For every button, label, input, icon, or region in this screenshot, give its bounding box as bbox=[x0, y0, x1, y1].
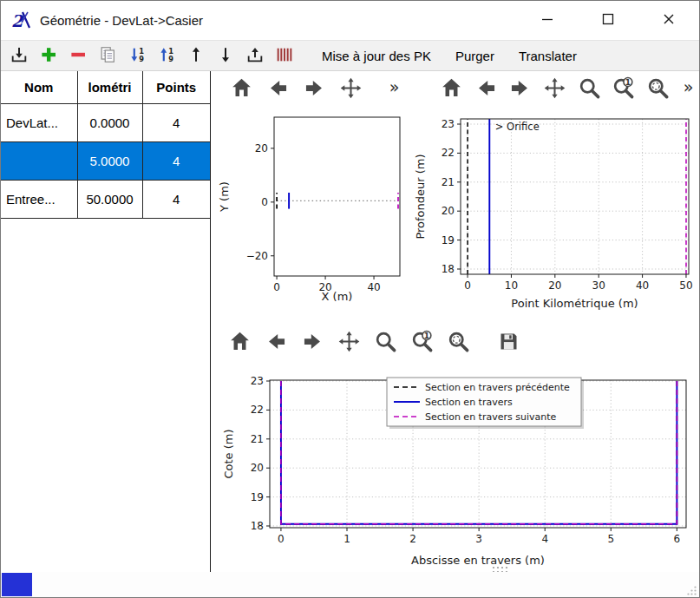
resize-grip-icon[interactable] bbox=[686, 584, 697, 595]
svg-text:0: 0 bbox=[278, 533, 285, 545]
pan-icon bbox=[337, 330, 361, 356]
svg-text:22: 22 bbox=[442, 147, 455, 159]
svg-text:20: 20 bbox=[548, 279, 561, 292]
bottom-strip bbox=[1, 572, 699, 597]
app-window: 2 Géométrie - DevLat->Casier 1919Mise à … bbox=[0, 0, 700, 598]
interpolate-button[interactable] bbox=[273, 43, 296, 68]
cell-nom[interactable]: Entree... bbox=[1, 180, 77, 218]
plan-toolbar: » bbox=[211, 71, 407, 108]
svg-text:40: 40 bbox=[636, 279, 649, 292]
forward-icon bbox=[303, 76, 326, 102]
forward-button[interactable] bbox=[508, 76, 533, 102]
back-button[interactable] bbox=[263, 330, 289, 356]
export-button[interactable] bbox=[244, 43, 266, 68]
forward-button[interactable] bbox=[301, 76, 327, 102]
save-button[interactable] bbox=[495, 330, 521, 356]
svg-text:3: 3 bbox=[475, 533, 482, 545]
table-row[interactable]: 5.00004 bbox=[1, 141, 210, 180]
update-pk-button[interactable]: Mise à jour des PK bbox=[313, 43, 440, 68]
cell-nom[interactable] bbox=[1, 141, 77, 180]
close-icon bbox=[658, 9, 679, 32]
cell-nom[interactable]: DevLat... bbox=[1, 103, 77, 141]
window-title: Géométrie - DevLat->Casier bbox=[40, 13, 203, 28]
plan-chart[interactable]: 02040−20020X (m)Y (m) bbox=[211, 108, 407, 320]
delete-row-button[interactable] bbox=[67, 43, 89, 68]
pan-button[interactable] bbox=[543, 76, 567, 102]
cell-points[interactable]: 4 bbox=[142, 180, 210, 218]
zoom-one-button[interactable]: 1 bbox=[612, 76, 636, 102]
forward-button[interactable] bbox=[299, 330, 325, 356]
close-button[interactable] bbox=[638, 1, 699, 40]
remove-icon bbox=[69, 45, 88, 67]
minimize-button[interactable] bbox=[517, 1, 578, 40]
export-icon bbox=[245, 45, 265, 67]
main-toolbar: 1919Mise à jour des PKPurgerTranslater bbox=[1, 40, 699, 71]
home-button[interactable] bbox=[440, 76, 464, 102]
svg-text:23: 23 bbox=[251, 375, 264, 387]
add-icon bbox=[39, 45, 58, 67]
annotation: > Orifice bbox=[495, 121, 540, 133]
pan-button[interactable] bbox=[336, 330, 362, 356]
home-icon bbox=[440, 76, 463, 102]
svg-text:6: 6 bbox=[674, 533, 681, 545]
window-controls bbox=[517, 1, 699, 40]
titlebar: 2 Géométrie - DevLat->Casier bbox=[1, 1, 699, 40]
svg-text:2: 2 bbox=[409, 533, 416, 545]
svg-text:4: 4 bbox=[541, 533, 548, 545]
sort-ascending-icon: 19 bbox=[157, 45, 176, 67]
profile-view-panel: 1» 01020304050181920212223Point Kilométr… bbox=[407, 71, 700, 320]
column-header-pk[interactable]: lométri bbox=[77, 71, 142, 103]
svg-text:30: 30 bbox=[592, 279, 605, 292]
cell-points[interactable]: 4 bbox=[142, 141, 210, 180]
cell-pk[interactable]: 50.0000 bbox=[77, 180, 142, 218]
back-button[interactable] bbox=[265, 76, 291, 102]
pan-icon bbox=[543, 76, 566, 102]
table-row[interactable]: Entree...50.00004 bbox=[1, 180, 210, 218]
zoom-button[interactable] bbox=[577, 76, 601, 102]
notes-button[interactable] bbox=[96, 43, 119, 68]
forward-icon bbox=[301, 330, 324, 356]
sort-descending-button[interactable]: 19 bbox=[126, 43, 148, 68]
column-header-nom[interactable]: Nom bbox=[1, 71, 77, 103]
app-icon: 2 bbox=[10, 10, 32, 32]
zoom-one-button[interactable]: 1 bbox=[409, 330, 435, 356]
cross-section-panel: 1 0123456181920212223Abscisse en travers… bbox=[211, 320, 700, 574]
zoom-button[interactable] bbox=[372, 330, 398, 356]
move-down-button[interactable] bbox=[214, 43, 237, 68]
y-axis-label: Y (m) bbox=[218, 181, 231, 213]
translate-button[interactable]: Translater bbox=[510, 43, 586, 68]
overflow-icon: » bbox=[677, 76, 700, 102]
maximize-icon bbox=[598, 9, 618, 32]
section-chart[interactable]: 0123456181920212223Abscisse en travers (… bbox=[211, 365, 700, 575]
zoom-region-button[interactable] bbox=[445, 330, 471, 356]
zoom-region-button[interactable] bbox=[645, 76, 670, 102]
add-row-button[interactable] bbox=[37, 43, 60, 68]
home-button[interactable] bbox=[228, 76, 254, 102]
home-button[interactable] bbox=[226, 330, 252, 356]
cell-points[interactable]: 4 bbox=[142, 103, 210, 141]
svg-text:−20: −20 bbox=[246, 250, 268, 262]
status-blue-square bbox=[2, 573, 32, 596]
profile-toolbar: 1» bbox=[407, 71, 700, 108]
svg-text:9: 9 bbox=[168, 55, 173, 63]
sort-ascending-button[interactable]: 19 bbox=[155, 43, 178, 68]
maximize-button[interactable] bbox=[578, 1, 638, 40]
purge-button[interactable]: Purger bbox=[447, 43, 503, 68]
overflow-chevron[interactable]: » bbox=[386, 76, 402, 102]
table-row[interactable]: DevLat...0.00004 bbox=[1, 103, 210, 141]
svg-text:19: 19 bbox=[251, 491, 264, 503]
x-axis-label: Abscisse en travers (m) bbox=[411, 554, 545, 567]
cell-pk[interactable]: 0.0000 bbox=[77, 103, 142, 141]
sections-table-panel: NomlométriPoints DevLat...0.000045.00004… bbox=[1, 71, 211, 574]
y-axis-label: Profondeur (m) bbox=[414, 154, 427, 239]
move-up-button[interactable] bbox=[185, 43, 207, 68]
back-button[interactable] bbox=[474, 76, 499, 102]
stripes-icon bbox=[275, 45, 294, 67]
cell-pk[interactable]: 5.0000 bbox=[77, 141, 142, 180]
pan-button[interactable] bbox=[337, 76, 363, 102]
legend-entry: Section en travers précédente bbox=[425, 382, 570, 393]
overflow-chevron[interactable]: » bbox=[680, 76, 696, 102]
column-header-points[interactable]: Points bbox=[142, 71, 210, 103]
profile-chart[interactable]: 01020304050181920212223Point Kilométriqu… bbox=[407, 108, 700, 320]
import-button[interactable] bbox=[8, 43, 30, 68]
